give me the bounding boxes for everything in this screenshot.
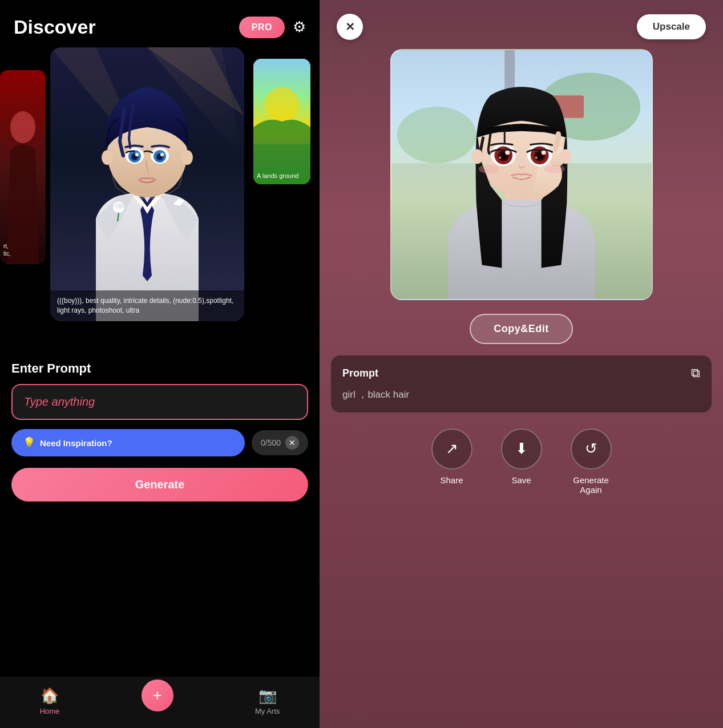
svg-point-22 <box>181 150 193 165</box>
svg-point-49 <box>560 149 571 164</box>
gallery-area: rt,tic, <box>0 47 320 350</box>
action-item-save: ⬇ Save <box>501 428 542 485</box>
prompt-display-box: Prompt ⧉ girl ，black hair <box>331 355 712 412</box>
gallery-side-image: A lands ground <box>253 59 310 184</box>
home-label: Home <box>40 707 60 715</box>
prompt-display-text: girl ，black hair <box>342 387 700 402</box>
left-panel: Discover PRO ⚙ <box>0 0 320 728</box>
nav-item-home[interactable]: 🏠 Home <box>40 687 60 715</box>
action-buttons: ↗ Share ⬇ Save ↺ GenerateAgain <box>331 428 712 495</box>
left-card-label: rt,tic, <box>3 242 11 257</box>
svg-point-42 <box>505 150 510 155</box>
action-item-generate-again: ↺ GenerateAgain <box>571 428 612 495</box>
svg-point-45 <box>535 156 537 159</box>
refresh-icon: ↺ <box>585 440 597 458</box>
prompt-display-header: Prompt ⧉ <box>342 366 700 381</box>
svg-point-19 <box>135 153 139 156</box>
nav-item-my-arts[interactable]: 📷 My Arts <box>255 687 280 715</box>
prompt-display-label: Prompt <box>342 367 378 379</box>
svg-point-1 <box>10 111 35 143</box>
share-label: Share <box>440 475 463 485</box>
svg-point-20 <box>160 153 164 156</box>
share-button[interactable]: ↗ <box>431 428 472 470</box>
share-icon: ↗ <box>446 440 458 458</box>
plus-icon: + <box>152 686 161 705</box>
svg-point-43 <box>541 150 546 155</box>
gallery-caption: (((boy))), best quality, intricate detai… <box>50 290 244 321</box>
svg-point-8 <box>118 203 124 209</box>
generate-again-button[interactable]: ↺ <box>571 428 612 470</box>
anime-girl-image <box>391 50 652 299</box>
gallery-left-card[interactable]: rt,tic, <box>0 70 46 264</box>
svg-point-25 <box>265 87 299 122</box>
right-header: ✕ Upscale <box>331 0 712 49</box>
svg-point-21 <box>102 150 113 165</box>
lightbulb-icon: 💡 <box>23 436 35 449</box>
prompt-section: Enter Prompt Type anything 💡 Need Inspir… <box>0 350 320 677</box>
upscale-button[interactable]: Upscale <box>637 14 706 39</box>
save-label: Save <box>511 475 531 485</box>
right-panel: ✕ Upscale <box>320 0 723 728</box>
svg-point-47 <box>544 164 564 173</box>
copy-edit-button[interactable]: Copy&Edit <box>470 314 573 344</box>
home-icon: 🏠 <box>41 687 59 705</box>
inspiration-button[interactable]: 💡 Need Inspiration? <box>11 429 245 456</box>
close-button[interactable]: ✕ <box>337 14 363 40</box>
svg-point-48 <box>471 149 483 164</box>
generate-button[interactable]: Generate <box>11 468 308 501</box>
svg-point-46 <box>478 164 499 173</box>
prompt-controls: 💡 Need Inspiration? 0/500 ✕ <box>11 429 308 456</box>
bottom-nav: 🏠 Home + 📷 My Arts <box>0 677 320 728</box>
my-arts-label: My Arts <box>255 707 280 715</box>
action-item-share: ↗ Share <box>431 428 472 485</box>
gallery-side-card[interactable]: A lands ground <box>253 59 310 184</box>
close-icon: ✕ <box>345 20 355 34</box>
enter-prompt-label: Enter Prompt <box>11 361 308 376</box>
side-card-label: A lands ground <box>257 172 298 180</box>
copy-icon: ⧉ <box>691 366 700 380</box>
left-header: Discover PRO ⚙ <box>0 0 320 47</box>
svg-point-44 <box>499 156 501 159</box>
camera-icon: 📷 <box>258 687 277 705</box>
char-count-badge: 0/500 ✕ <box>252 430 308 455</box>
download-icon: ⬇ <box>515 440 528 458</box>
svg-point-29 <box>397 107 476 163</box>
prompt-input-text[interactable]: Type anything <box>24 395 95 408</box>
copy-prompt-button[interactable]: ⧉ <box>691 366 700 381</box>
save-button[interactable]: ⬇ <box>501 428 542 470</box>
clear-input-button[interactable]: ✕ <box>285 436 299 450</box>
prompt-input-wrapper[interactable]: Type anything <box>11 384 308 420</box>
generated-image-card <box>390 49 653 300</box>
gallery-main-card[interactable]: (((boy))), best quality, intricate detai… <box>50 47 244 321</box>
header-right: PRO ⚙ <box>239 17 306 38</box>
gallery-left-image: rt,tic, <box>0 70 46 264</box>
discover-title: Discover <box>14 16 96 38</box>
gear-icon[interactable]: ⚙ <box>293 18 306 36</box>
create-button[interactable]: + <box>139 677 176 714</box>
gallery-main-image <box>50 47 244 321</box>
generate-again-label: GenerateAgain <box>573 475 609 495</box>
pro-button[interactable]: PRO <box>239 17 285 38</box>
